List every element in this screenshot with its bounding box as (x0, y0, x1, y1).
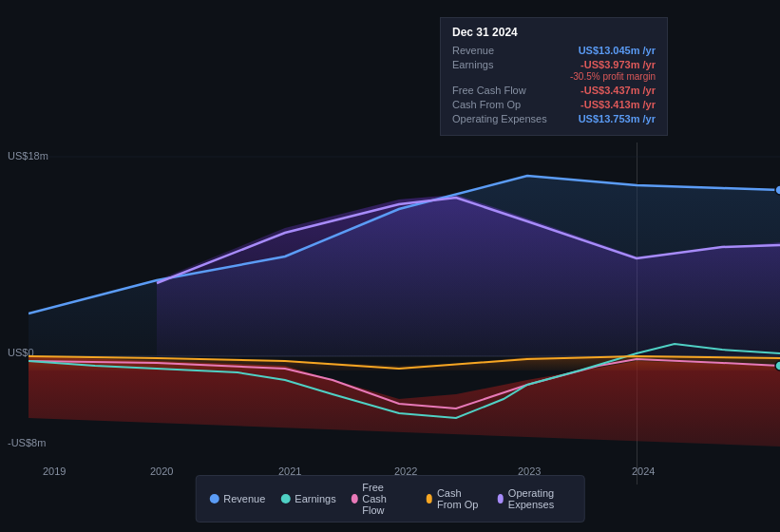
tooltip-row-opex: Operating Expenses US$13.753m /yr (452, 113, 656, 124)
svg-point-7 (775, 185, 780, 195)
tooltip-row-cashop: Cash From Op -US$3.413m /yr (452, 99, 656, 110)
tooltip-date: Dec 31 2024 (452, 26, 656, 39)
legend-item-cashop[interactable]: Cash From Op (426, 487, 482, 510)
legend-dot-opex (497, 494, 504, 504)
tooltip-label-cashop: Cash From Op (452, 99, 521, 110)
chart-container: Dec 31 2024 Revenue US$13.045m /yr Earni… (0, 0, 780, 532)
tooltip-row-earnings: Earnings -US$3.973m /yr (452, 59, 656, 70)
legend-dot-cashop (426, 494, 432, 504)
tooltip-value-revenue: US$13.045m /yr (579, 45, 656, 56)
svg-text:2024: 2024 (632, 466, 655, 477)
legend-label-revenue: Revenue (223, 493, 265, 504)
tooltip-value-fcf: -US$3.437m /yr (580, 85, 656, 96)
tooltip-row-revenue: Revenue US$13.045m /yr (452, 45, 656, 56)
legend-label-opex: Operating Expenses (508, 487, 571, 510)
legend-dot-earnings (280, 494, 290, 504)
tooltip-label-fcf: Free Cash Flow (452, 85, 526, 96)
tooltip-box: Dec 31 2024 Revenue US$13.045m /yr Earni… (440, 17, 668, 136)
svg-point-8 (775, 361, 780, 370)
tooltip-value-opex: US$13.753m /yr (579, 113, 656, 124)
legend-item-opex[interactable]: Operating Expenses (497, 487, 571, 510)
tooltip-value-cashop: -US$3.413m /yr (580, 99, 656, 110)
tooltip-label-earnings: Earnings (452, 59, 493, 70)
tooltip-value-earnings: -US$3.973m /yr (580, 59, 656, 70)
tooltip-label-opex: Operating Expenses (452, 113, 547, 124)
svg-text:2019: 2019 (43, 466, 66, 477)
legend-label-earnings: Earnings (295, 493, 335, 504)
legend-dot-revenue (209, 494, 219, 504)
legend-dot-fcf (352, 494, 358, 504)
legend-item-fcf[interactable]: Free Cash Flow (352, 482, 411, 516)
legend-item-revenue[interactable]: Revenue (209, 493, 265, 504)
legend-bar: Revenue Earnings Free Cash Flow Cash Fro… (195, 475, 585, 522)
legend-item-earnings[interactable]: Earnings (280, 493, 335, 504)
legend-label-cashop: Cash From Op (437, 487, 482, 510)
tooltip-row-fcf: Free Cash Flow -US$3.437m /yr (452, 85, 656, 96)
legend-label-fcf: Free Cash Flow (362, 482, 410, 516)
tooltip-sub-margin: -30.5% profit margin (452, 71, 656, 82)
svg-text:2020: 2020 (150, 466, 173, 477)
tooltip-label-revenue: Revenue (452, 45, 494, 56)
